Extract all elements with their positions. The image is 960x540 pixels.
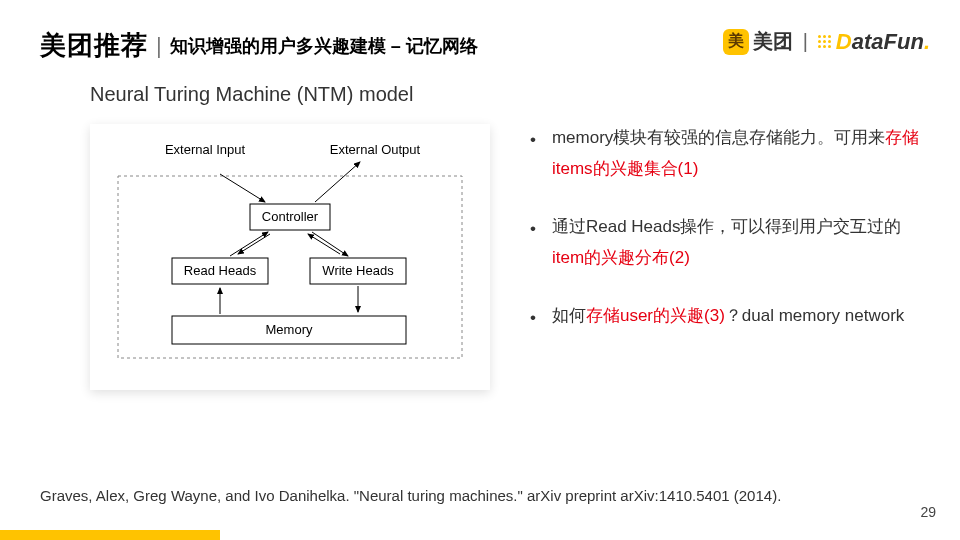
- accent-bar: [0, 530, 220, 540]
- meituan-logo-text: 美团: [753, 28, 793, 55]
- bullet-icon: •: [530, 303, 536, 334]
- svg-line-6: [315, 162, 360, 202]
- brand-logos: 美 美团 | DataFun.: [723, 28, 930, 55]
- slide-title-sub: 知识增强的用户多兴趣建模 – 记忆网络: [170, 34, 478, 58]
- svg-line-8: [238, 234, 270, 254]
- label-memory: Memory: [266, 322, 313, 337]
- label-controller: Controller: [262, 209, 319, 224]
- label-read-heads: Read Heads: [184, 263, 257, 278]
- list-item: • 通过Read Heads操作，可以得到用户交互过的item的兴趣分布(2): [530, 212, 920, 273]
- label-write-heads: Write Heads: [322, 263, 394, 278]
- diagram-title: Neural Turing Machine (NTM) model: [90, 83, 490, 106]
- svg-line-10: [308, 234, 340, 254]
- brand-separator: |: [803, 30, 808, 53]
- bullet-icon: •: [530, 214, 536, 273]
- list-item: • 如何存储user的兴趣(3)？dual memory network: [530, 301, 920, 334]
- label-ext-input: External Input: [165, 142, 246, 157]
- list-item: • memory模块有较强的信息存储能力。可用来存储items的兴趣集合(1): [530, 123, 920, 184]
- datafun-dots-icon: [818, 35, 834, 48]
- title-separator: |: [156, 33, 162, 59]
- datafun-logo-text: DataFun.: [836, 29, 930, 55]
- svg-line-5: [220, 174, 265, 202]
- svg-line-9: [312, 232, 348, 256]
- citation-text: Graves, Alex, Greg Wayne, and Ivo Danihe…: [40, 487, 781, 504]
- bullet-icon: •: [530, 125, 536, 184]
- svg-line-7: [230, 232, 268, 256]
- page-number: 29: [920, 504, 936, 520]
- label-ext-output: External Output: [330, 142, 421, 157]
- bullet-list: • memory模块有较强的信息存储能力。可用来存储items的兴趣集合(1) …: [530, 83, 920, 390]
- slide-title-main: 美团推荐: [40, 28, 148, 63]
- ntm-diagram: External Input External Output Controlle…: [90, 124, 490, 390]
- meituan-badge-icon: 美: [723, 29, 749, 55]
